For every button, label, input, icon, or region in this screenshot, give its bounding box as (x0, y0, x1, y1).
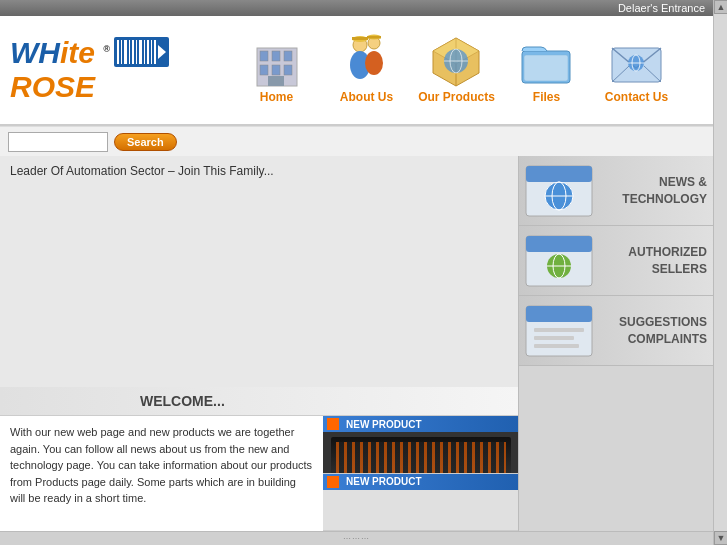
sidebar-sellers-label: AUTHORIZED SELLERS (599, 244, 713, 278)
search-input[interactable] (8, 132, 108, 152)
scroll-dots: ⋯⋯⋯ (343, 534, 370, 543)
nav-contact-label: Contact Us (605, 90, 668, 104)
new-product-2-header: NEW PRODUCT (323, 474, 518, 490)
svg-rect-4 (129, 40, 130, 64)
home-icon (249, 33, 304, 88)
files-icon (519, 33, 574, 88)
logo-barcode-icon (114, 37, 169, 70)
svg-rect-8 (144, 40, 145, 64)
svg-rect-11 (154, 40, 156, 64)
svg-rect-19 (284, 65, 292, 75)
svg-rect-15 (272, 51, 280, 61)
nav-about-us[interactable]: About Us (327, 33, 407, 104)
svg-point-28 (365, 51, 383, 75)
new-product-2-icon (327, 476, 339, 488)
svg-rect-17 (260, 65, 268, 75)
suggestions-thumb (519, 296, 599, 366)
news-thumb (519, 156, 599, 226)
sidebar-news[interactable]: NEWS & TECHNOLOGY (519, 156, 713, 226)
svg-rect-56 (526, 306, 592, 322)
svg-rect-10 (151, 40, 152, 64)
logo-rose-text: ROSE (10, 70, 95, 103)
svg-rect-26 (367, 36, 381, 39)
sidebar-news-label: NEWS & TECHNOLOGY (599, 174, 713, 208)
svg-rect-18 (272, 65, 280, 75)
sellers-thumb (519, 226, 599, 296)
scroll-up-button[interactable]: ▲ (714, 0, 727, 14)
new-product-1-header: NEW PRODUCT (323, 416, 518, 432)
nav-icons: Home (237, 33, 677, 108)
new-product-1-icon (327, 418, 339, 430)
products-icon (429, 33, 484, 88)
nav-about-label: About Us (340, 90, 393, 104)
welcome-text: With our new web page and new products w… (0, 416, 323, 531)
new-product-2-label: NEW PRODUCT (346, 476, 422, 487)
vertical-scrollbar: ▲ ▼ (713, 0, 727, 545)
header: WHite ® (0, 16, 713, 126)
svg-rect-9 (147, 40, 149, 64)
svg-rect-24 (352, 37, 368, 40)
svg-rect-6 (136, 40, 137, 64)
new-product-1[interactable]: NEW PRODUCT DETAILS... (323, 416, 518, 474)
nav-contact[interactable]: Contact Us (597, 33, 677, 104)
svg-rect-58 (534, 336, 574, 340)
keyboard-image (331, 437, 511, 474)
sidebar-suggestions[interactable]: SUGGESTIONS COMPLAINTS (519, 296, 713, 366)
svg-rect-59 (534, 344, 579, 348)
about-us-icon (339, 33, 394, 88)
svg-rect-5 (132, 40, 134, 64)
search-button[interactable]: Search (114, 133, 177, 151)
svg-rect-1 (117, 40, 119, 64)
nav-products[interactable]: Our Products (417, 33, 497, 104)
contact-icon (609, 33, 664, 88)
tagline: Leader Of Automation Sector – Join This … (10, 164, 508, 178)
right-sidebar: NEWS & TECHNOLOGY AUTHOR (518, 156, 713, 531)
nav-files-label: Files (533, 90, 560, 104)
svg-rect-3 (124, 40, 127, 64)
svg-rect-37 (524, 55, 568, 81)
logo-white-text: WHite ® (10, 36, 110, 70)
new-product-1-label: NEW PRODUCT (346, 419, 422, 430)
svg-rect-16 (284, 51, 292, 61)
dealer-bar-label: Delaer's Entrance (618, 2, 705, 14)
svg-rect-20 (268, 76, 284, 86)
nav-home-label: Home (260, 90, 293, 104)
new-product-2[interactable]: NEW PRODUCT (323, 474, 518, 532)
nav-files[interactable]: Files (507, 33, 587, 104)
search-bar: Search (0, 126, 713, 156)
nav-area: Home (200, 33, 713, 108)
svg-rect-2 (121, 40, 122, 64)
dealer-bar[interactable]: Delaer's Entrance (0, 0, 713, 16)
svg-rect-7 (139, 40, 142, 64)
svg-rect-14 (260, 51, 268, 61)
scroll-down-button[interactable]: ▼ (714, 531, 727, 545)
svg-rect-51 (526, 236, 592, 252)
logo: WHite ® (0, 26, 200, 114)
main-content: Leader Of Automation Sector – Join This … (0, 156, 518, 531)
nav-home[interactable]: Home (237, 33, 317, 104)
horizontal-scrollbar: ⋯⋯⋯ (0, 531, 713, 545)
sidebar-suggestions-label: SUGGESTIONS COMPLAINTS (599, 314, 713, 348)
new-product-1-image (323, 432, 518, 474)
new-products-panel: NEW PRODUCT DETAILS... (323, 416, 518, 531)
nav-products-label: Our Products (418, 90, 495, 104)
svg-rect-45 (526, 166, 592, 182)
welcome-section: WELCOME... With our new web page and new… (0, 387, 518, 531)
sidebar-sellers[interactable]: AUTHORIZED SELLERS (519, 226, 713, 296)
svg-rect-57 (534, 328, 584, 332)
welcome-title: WELCOME... (0, 387, 518, 416)
